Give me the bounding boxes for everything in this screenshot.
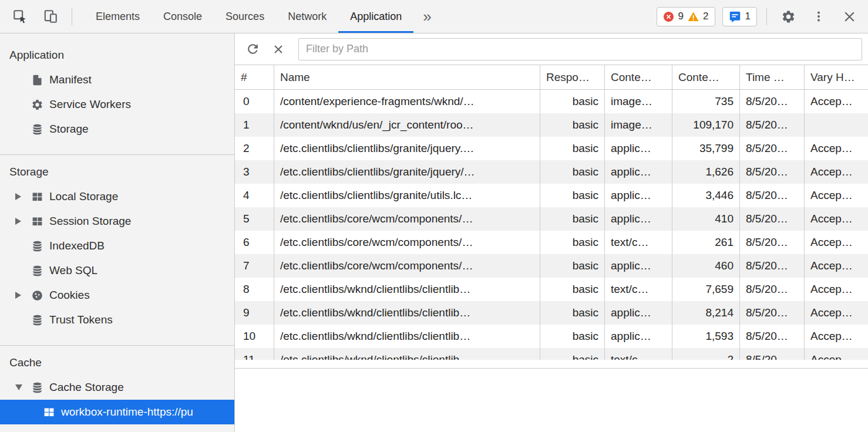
table-row[interactable]: 6/etc.clientlibs/core/wcm/components/…ba… <box>235 231 868 254</box>
cell-vary-header: Accep… <box>805 278 868 301</box>
cell-vary-header: Accep… <box>805 90 868 113</box>
tab-sources[interactable]: Sources <box>214 0 276 33</box>
sidebar-item-cache-storage[interactable]: Cache Storage <box>0 375 234 400</box>
cell-time-cached: 8/5/20… <box>740 278 805 301</box>
cell-time-cached: 8/5/20… <box>740 254 805 278</box>
gear-icon <box>31 98 43 111</box>
table-row[interactable]: 7/etc.clientlibs/core/wcm/components/…ba… <box>235 254 868 278</box>
table-row[interactable]: 10/etc.clientlibs/wknd/clientlibs/client… <box>235 325 868 348</box>
section-title: Cache <box>0 350 234 375</box>
cell-content-type: applic… <box>605 254 672 278</box>
table-grid-icon <box>31 190 43 203</box>
table-row[interactable]: 5/etc.clientlibs/core/wcm/components/…ba… <box>235 207 868 231</box>
column-header-index[interactable]: # <box>235 65 274 89</box>
cell-content-length: 1,626 <box>672 160 740 184</box>
column-header-time-cached[interactable]: Time … <box>740 65 805 89</box>
panel-tabs: Elements Console Sources Network Applica… <box>84 0 441 33</box>
sidebar-item-label: Web SQL <box>49 264 97 277</box>
column-header-content-type[interactable]: Conte… <box>605 65 672 89</box>
sidebar-item-service-workers[interactable]: Service Workers <box>0 92 234 117</box>
section-application: Application Manifest Service Workers <box>0 33 234 155</box>
column-header-vary-header[interactable]: Vary H… <box>805 65 868 89</box>
tab-console[interactable]: Console <box>152 0 214 33</box>
table-row[interactable]: 3/etc.clientlibs/clientlibs/granite/jque… <box>235 160 868 184</box>
table-row[interactable]: 2/etc.clientlibs/clientlibs/granite/jque… <box>235 137 868 160</box>
cell-vary-header: Accep… <box>805 160 868 184</box>
cell-response-type: basic <box>540 254 605 278</box>
column-header-response-type[interactable]: Respo… <box>540 65 605 89</box>
console-errors-warnings-badge[interactable]: 9 2 <box>657 7 715 26</box>
table-row[interactable]: 4/etc.clientlibs/clientlibs/granite/util… <box>235 184 868 207</box>
tab-elements[interactable]: Elements <box>84 0 152 33</box>
cell-index: 6 <box>235 231 274 254</box>
kebab-menu-icon <box>812 9 826 23</box>
tab-application[interactable]: Application <box>338 0 413 33</box>
gear-icon <box>781 9 796 24</box>
expand-arrow-icon[interactable] <box>15 193 25 200</box>
cell-index: 10 <box>235 325 274 348</box>
cache-storage-view: # Name Respo… Conte… Conte… Time … Vary … <box>235 33 868 432</box>
application-panel: Application Manifest Service Workers <box>0 33 868 432</box>
cell-response-type: basic <box>540 348 605 360</box>
cell-content-type: image… <box>605 90 672 113</box>
cell-vary-header: Accep… <box>805 231 868 254</box>
filter-by-path-input[interactable] <box>298 38 862 60</box>
cell-content-type: applic… <box>605 301 672 325</box>
clear-x-icon <box>271 42 285 56</box>
cell-content-type: applic… <box>605 160 672 184</box>
cell-time-cached: 8/5/20… <box>740 301 805 325</box>
sidebar-item-manifest[interactable]: Manifest <box>0 68 234 92</box>
cell-time-cached: 8/5/20… <box>740 348 805 360</box>
expand-arrow-icon[interactable] <box>15 218 25 225</box>
delete-selected-button[interactable] <box>265 38 291 61</box>
toolbar-divider <box>766 8 767 25</box>
devtools-menu-button[interactable] <box>807 5 830 28</box>
cell-name: /etc.clientlibs/wknd/clientlibs/clientli… <box>274 301 540 325</box>
settings-button[interactable] <box>776 5 800 28</box>
issue-count: 1 <box>745 11 751 22</box>
splitter-gap <box>235 360 868 368</box>
devtools-toolbar: Elements Console Sources Network Applica… <box>0 0 868 33</box>
table-row[interactable]: 0/content/experience-fragments/wknd/…bas… <box>235 90 868 113</box>
cache-entry-preview-pane[interactable] <box>235 368 868 432</box>
column-header-name[interactable]: Name <box>274 65 540 89</box>
sidebar-item-session-storage[interactable]: Session Storage <box>0 209 234 234</box>
cell-index: 1 <box>235 113 274 137</box>
sidebar-item-cookies[interactable]: Cookies <box>0 283 234 308</box>
collapse-arrow-icon[interactable] <box>15 384 25 390</box>
sidebar-item-indexeddb[interactable]: IndexedDB <box>0 234 234 258</box>
column-header-content-length[interactable]: Conte… <box>672 65 740 89</box>
database-icon <box>31 264 43 277</box>
cell-vary-header: Accep… <box>805 348 868 360</box>
table-row[interactable]: 8/etc.clientlibs/wknd/clientlibs/clientl… <box>235 278 868 301</box>
table-row[interactable]: 1/content/wknd/us/en/_jcr_content/roo…ba… <box>235 113 868 137</box>
error-icon <box>663 11 674 22</box>
tab-network[interactable]: Network <box>276 0 338 33</box>
cell-name: /etc.clientlibs/wknd/clientlibs/clientli… <box>274 348 540 360</box>
expand-arrow-icon[interactable] <box>15 292 25 299</box>
cell-vary-header: Accep… <box>805 301 868 325</box>
cell-content-length: 410 <box>672 207 740 231</box>
table-row[interactable]: 11/etc.clientlibs/wknd/clientlibs/client… <box>235 348 868 360</box>
close-devtools-button[interactable] <box>837 5 861 28</box>
cell-content-type: applic… <box>605 137 672 160</box>
cell-index: 2 <box>235 137 274 160</box>
more-tabs-icon[interactable]: » <box>413 0 440 33</box>
sidebar-item-workbox-cache[interactable]: workbox-runtime-https://pu <box>0 400 234 424</box>
sidebar-item-application-cache[interactable]: Application Cache <box>0 424 234 432</box>
refresh-button[interactable] <box>240 38 265 61</box>
issues-badge[interactable]: 1 <box>722 7 757 26</box>
warning-count: 2 <box>703 11 708 22</box>
cell-time-cached: 8/5/20… <box>740 160 805 184</box>
inspect-element-button[interactable] <box>8 5 32 28</box>
device-toolbar-button[interactable] <box>39 5 62 28</box>
cell-content-length: 735 <box>672 90 740 113</box>
cache-table-header: # Name Respo… Conte… Conte… Time … Vary … <box>235 65 868 90</box>
sidebar-item-trust-tokens[interactable]: Trust Tokens <box>0 308 234 332</box>
sidebar-item-local-storage[interactable]: Local Storage <box>0 184 234 209</box>
cell-index: 4 <box>235 184 274 207</box>
sidebar-item-storage[interactable]: Storage <box>0 117 234 141</box>
table-row[interactable]: 9/etc.clientlibs/wknd/clientlibs/clientl… <box>235 301 868 325</box>
cell-time-cached: 8/5/20… <box>740 113 805 137</box>
sidebar-item-web-sql[interactable]: Web SQL <box>0 258 234 283</box>
